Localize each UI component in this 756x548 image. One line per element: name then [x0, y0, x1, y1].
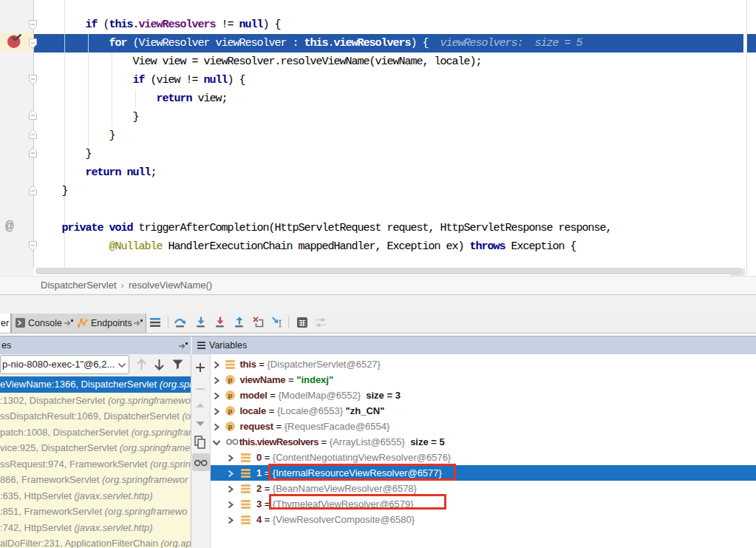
svg-text:p: p: [228, 422, 233, 430]
svg-text:p: p: [228, 375, 233, 383]
svg-text:p: p: [228, 406, 233, 414]
svg-text:p: p: [228, 390, 233, 399]
